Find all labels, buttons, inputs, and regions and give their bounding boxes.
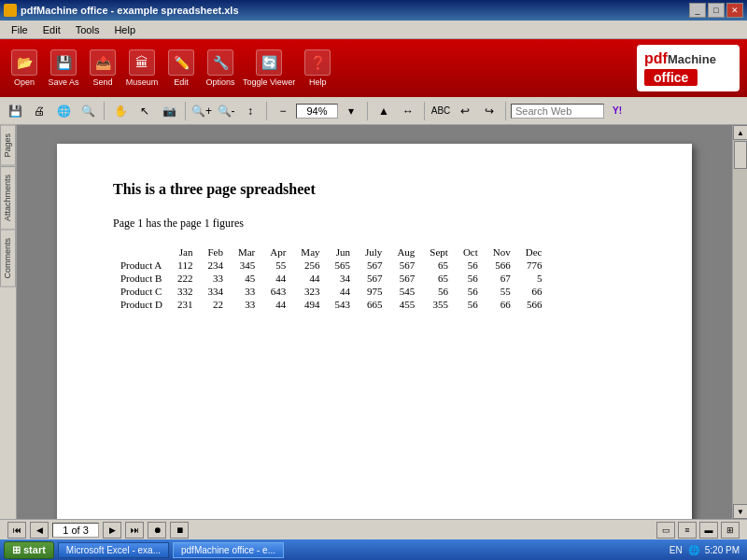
cell-r0-c8: 567 <box>389 259 422 272</box>
first-page-button[interactable]: ⏮ <box>7 522 26 539</box>
hand-tool-btn[interactable]: ✋ <box>109 101 132 121</box>
header-jun: Jun <box>328 245 359 259</box>
scroll-track[interactable] <box>733 140 747 504</box>
zoom-in-btn[interactable]: 🔍+ <box>190 101 213 121</box>
nav-up-btn[interactable]: ▲ <box>373 101 395 121</box>
search-toolbar-btn[interactable]: 🔍 <box>77 101 99 121</box>
cell-r3-c7: 665 <box>358 298 389 311</box>
system-tray: EN 🌐 5:20 PM <box>669 545 743 555</box>
menu-help[interactable]: Help <box>106 22 143 37</box>
save-toolbar-btn[interactable]: 💾 <box>4 101 26 121</box>
scroll-up-button[interactable]: ▲ <box>733 125 747 140</box>
cell-r1-c10: 56 <box>456 272 486 285</box>
cell-r2-c10: 56 <box>456 285 486 298</box>
next-page-button[interactable]: ▶ <box>103 522 121 539</box>
toolbar-separator-1 <box>104 102 105 120</box>
saveas-button[interactable]: 💾 Save As <box>47 49 80 87</box>
clock: 5:20 PM <box>705 545 740 555</box>
last-page-button[interactable]: ⏭ <box>125 522 144 539</box>
print-toolbar-btn[interactable]: 🖨 <box>28 101 50 121</box>
logo-office: office <box>644 69 698 86</box>
redo-btn[interactable]: ↪ <box>478 101 500 121</box>
select-tool-btn[interactable]: ↖ <box>134 101 156 121</box>
menu-edit[interactable]: Edit <box>35 22 68 37</box>
single-page-view-btn[interactable]: ▭ <box>656 522 675 539</box>
send-button[interactable]: 📤 Send <box>86 49 120 87</box>
zoom-minus-btn[interactable]: − <box>272 101 294 121</box>
toolbar-separator-4 <box>367 102 368 120</box>
cell-r0-c6: 565 <box>328 259 359 272</box>
zoom-dropdown-btn[interactable]: ▾ <box>340 101 362 121</box>
secondary-toolbar: 💾 🖨 🌐 🔍 ✋ ↖ 📷 🔍+ 🔍- ↕ − 94% ▾ ▲ ↔ ABC ↩ … <box>0 97 747 125</box>
two-page-view-btn[interactable]: ▬ <box>699 522 718 539</box>
camera-tool-btn[interactable]: 📷 <box>158 101 180 121</box>
cell-r1-c9: 65 <box>422 272 456 285</box>
header-may: May <box>293 245 327 259</box>
help-label: Help <box>309 77 327 87</box>
start-button[interactable]: ⊞ start <box>4 541 54 559</box>
prev-page-button[interactable]: ◀ <box>30 522 49 539</box>
museum-button[interactable]: 🏛 Museum <box>125 49 159 87</box>
cell-r3-c2: 22 <box>200 298 231 311</box>
maximize-button[interactable]: □ <box>708 3 725 18</box>
table-header-row: Jan Feb Mar Apr May Jun July Aug Sept Oc… <box>113 245 549 259</box>
page-description: Page 1 has the page 1 figures <box>113 217 636 231</box>
cell-r3-c10: 56 <box>456 298 486 311</box>
options-button[interactable]: 🔧 Options <box>204 49 237 87</box>
document-view: This is a three page spreadsheet Page 1 … <box>17 125 732 519</box>
left-panel-tabs: Pages Attachments Comments <box>0 125 17 519</box>
edit-button[interactable]: ✏️ Edit <box>164 49 198 87</box>
cell-r0-c9: 65 <box>422 259 456 272</box>
toggle-viewer-button[interactable]: 🔄 Toggle Viewer <box>243 49 295 87</box>
continuous-view-btn[interactable]: ≡ <box>678 522 697 539</box>
header-product <box>113 245 170 259</box>
cell-r2-c7: 975 <box>358 285 389 298</box>
comments-tab[interactable]: Comments <box>0 230 16 287</box>
undo-btn[interactable]: ↩ <box>454 101 476 121</box>
cell-r3-c9: 355 <box>422 298 456 311</box>
edit-icon: ✏️ <box>168 49 194 76</box>
logo-pdf: pdf <box>644 50 668 67</box>
cell-r3-c3: 33 <box>231 298 262 311</box>
cell-r2-c2: 334 <box>200 285 231 298</box>
web-toolbar-btn[interactable]: 🌐 <box>52 101 75 121</box>
header-july: July <box>358 245 389 259</box>
web-search-input[interactable] <box>511 104 604 119</box>
open-button[interactable]: 📂 Open <box>7 49 41 87</box>
pages-tab[interactable]: Pages <box>0 125 16 166</box>
museum-label: Museum <box>126 77 159 87</box>
stop-button[interactable]: ⏹ <box>170 522 189 539</box>
scroll-thumb[interactable] <box>734 141 747 169</box>
start-label: start <box>23 544 46 555</box>
minimize-button[interactable]: _ <box>689 3 706 18</box>
send-icon: 📤 <box>90 49 116 76</box>
cell-r3-c12: 566 <box>518 298 550 311</box>
help-button[interactable]: ❓ Help <box>301 49 334 87</box>
send-label: Send <box>92 77 112 87</box>
taskbar-pdfmachine-item[interactable]: pdfMachine office - e... <box>173 542 284 558</box>
grid-view-btn[interactable]: ⊞ <box>721 522 740 539</box>
close-button[interactable]: ✕ <box>726 3 743 18</box>
cell-r1-c8: 567 <box>389 272 422 285</box>
yahoo-btn[interactable]: Y! <box>606 101 628 121</box>
start-windows-icon: ⊞ <box>12 544 21 556</box>
record-button[interactable]: ⏺ <box>148 522 166 539</box>
nav-wide-btn[interactable]: ↔ <box>397 101 419 121</box>
menu-file[interactable]: File <box>4 22 35 37</box>
toolbar-separator-5 <box>424 102 425 120</box>
taskbar-excel-item[interactable]: Microsoft Excel - exa... <box>58 542 169 558</box>
menu-bar: File Edit Tools Help <box>0 21 747 39</box>
document-page: This is a three page spreadsheet Page 1 … <box>57 144 692 519</box>
spell-check-btn[interactable]: ABC <box>430 101 452 121</box>
museum-icon: 🏛 <box>129 49 155 76</box>
cell-r2-c11: 55 <box>486 285 518 298</box>
cell-r0-c1: 112 <box>170 259 201 272</box>
attachments-tab[interactable]: Attachments <box>0 166 16 230</box>
table-row: Product A1122343455525656556756765565667… <box>113 259 549 272</box>
cell-r0-c5: 256 <box>293 259 327 272</box>
fit-page-btn[interactable]: ↕ <box>239 101 261 121</box>
menu-tools[interactable]: Tools <box>68 22 107 37</box>
scroll-down-button[interactable]: ▼ <box>733 504 747 519</box>
zoom-out-btn[interactable]: 🔍- <box>215 101 237 121</box>
spreadsheet-table: Jan Feb Mar Apr May Jun July Aug Sept Oc… <box>113 245 549 311</box>
